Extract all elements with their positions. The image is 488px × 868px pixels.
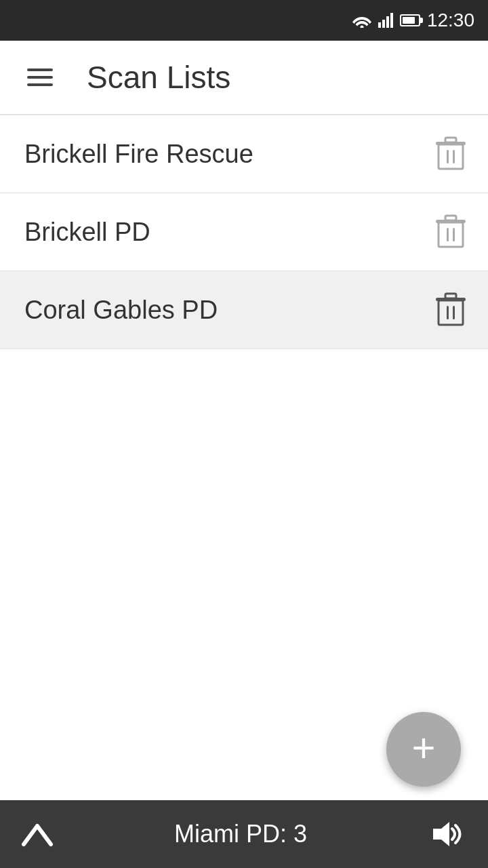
app-header: Scan Lists (0, 41, 488, 115)
svg-rect-19 (445, 294, 456, 298)
svg-rect-3 (386, 16, 389, 28)
chevron-up-button[interactable] (20, 817, 54, 851)
trash-icon (436, 136, 466, 172)
status-time: 12:30 (427, 9, 474, 31)
svg-point-0 (360, 26, 363, 28)
page-title: Scan Lists (87, 59, 230, 96)
svg-rect-7 (453, 150, 455, 163)
status-icons: 12:30 (352, 9, 474, 31)
plus-icon: + (411, 728, 435, 768)
list-item-label: Coral Gables PD (24, 296, 218, 325)
svg-rect-10 (439, 222, 463, 247)
svg-rect-9 (445, 138, 456, 142)
svg-marker-20 (433, 822, 449, 846)
svg-rect-6 (447, 150, 449, 163)
hamburger-line-1 (27, 68, 53, 71)
list-item[interactable]: Brickell PD (0, 193, 488, 271)
list-item-label: Brickell PD (24, 218, 150, 247)
svg-rect-17 (453, 306, 455, 319)
volume-icon (429, 819, 466, 849)
svg-rect-11 (447, 228, 449, 241)
delete-button[interactable] (434, 290, 468, 330)
list-item[interactable]: Brickell Fire Rescue (0, 115, 488, 193)
svg-rect-14 (445, 216, 456, 220)
svg-rect-16 (447, 306, 449, 319)
status-bar: 12:30 (0, 0, 488, 41)
svg-rect-1 (378, 22, 381, 28)
add-scan-list-button[interactable]: + (386, 712, 461, 787)
svg-rect-4 (390, 13, 393, 28)
status-text: Miami PD: 3 (174, 820, 307, 848)
trash-icon (436, 214, 466, 250)
svg-rect-5 (439, 144, 463, 169)
scan-list-container: Brickell Fire Rescue Brickell PD C (0, 115, 488, 349)
list-item[interactable]: Coral Gables PD (0, 271, 488, 349)
bottom-bar: Miami PD: 3 (0, 800, 488, 868)
volume-button[interactable] (427, 817, 468, 851)
wifi-icon (352, 13, 371, 28)
delete-button[interactable] (434, 212, 468, 252)
signal-icon (378, 13, 393, 28)
hamburger-menu-button[interactable] (20, 62, 60, 93)
list-item-label: Brickell Fire Rescue (24, 140, 253, 169)
svg-rect-12 (453, 228, 455, 241)
trash-icon (436, 292, 466, 328)
svg-rect-15 (439, 300, 463, 325)
hamburger-line-3 (27, 83, 53, 86)
battery-icon (400, 14, 420, 26)
hamburger-line-2 (27, 76, 53, 79)
chevron-up-icon (20, 821, 54, 848)
delete-button[interactable] (434, 134, 468, 174)
svg-rect-2 (382, 20, 385, 28)
